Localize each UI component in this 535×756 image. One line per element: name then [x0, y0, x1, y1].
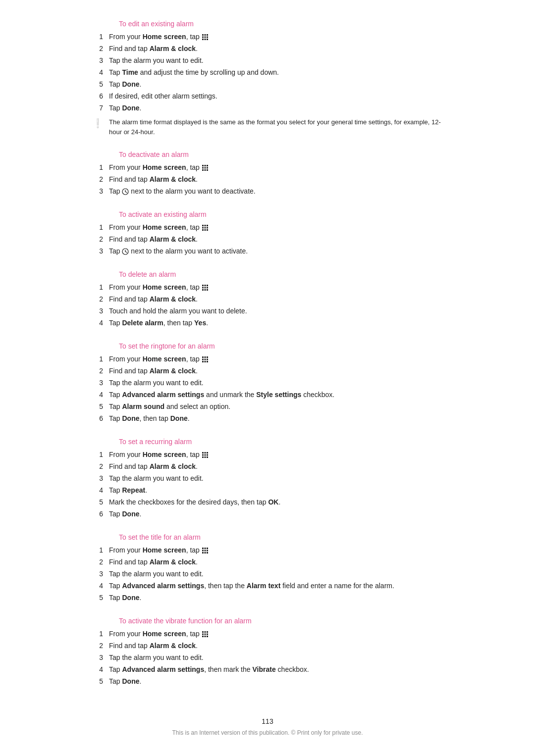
svg-rect-73 — [204, 634, 206, 635]
step-number: 3 — [89, 186, 109, 197]
step-item: 3Touch and hold the alarm you want to de… — [89, 306, 446, 316]
plain-text: next to the alarm you want to activate. — [129, 247, 248, 255]
svg-rect-62 — [207, 548, 208, 549]
svg-rect-46 — [204, 359, 206, 360]
step-item: 2Find and tap Alarm & clock. — [89, 44, 446, 54]
step-item: 1From your Home screen, tap — [89, 32, 446, 42]
plain-text: and adjust the time by scrolling up and … — [138, 68, 279, 76]
section-title-recurring-alarm: To set a recurring alarm — [119, 438, 446, 446]
bold-text: Alarm text — [247, 582, 280, 590]
plain-text: From your — [109, 163, 143, 171]
bold-text: Advanced alarm settings — [122, 665, 204, 673]
svg-rect-40 — [204, 289, 206, 291]
svg-rect-68 — [207, 552, 208, 554]
bold-text: Done — [122, 677, 139, 685]
svg-rect-14 — [207, 167, 208, 169]
step-number: 2 — [89, 461, 109, 472]
step-text: Tap Repeat. — [109, 485, 446, 496]
plain-text: Tap — [109, 510, 122, 518]
step-number: 2 — [89, 44, 109, 54]
apps-icon — [202, 223, 209, 231]
plain-text: From your — [109, 283, 143, 291]
plain-text: Find and tap — [109, 558, 150, 566]
step-number: 1 — [89, 545, 109, 555]
section-title-activate-alarm: To activate an existing alarm — [119, 210, 446, 218]
plain-text: Tap — [109, 486, 122, 494]
sections-container: To edit an existing alarm1From your Home… — [89, 20, 446, 687]
plain-text: Tap — [109, 80, 122, 88]
step-item: 4Tap Advanced alarm settings, then tap t… — [89, 581, 446, 591]
step-number: 3 — [89, 378, 109, 388]
svg-rect-38 — [207, 287, 208, 289]
plain-text: From your — [109, 546, 143, 554]
apps-icon — [202, 546, 209, 554]
step-item: 4Tap Advanced alarm settings, then mark … — [89, 664, 446, 675]
bold-text: Done — [122, 80, 139, 88]
svg-rect-65 — [207, 550, 208, 552]
svg-rect-24 — [202, 227, 204, 229]
plain-text: checkbox. — [276, 665, 309, 673]
step-list-deactivate-alarm: 1From your Home screen, tap 2Find and ta… — [89, 162, 446, 197]
step-text: Tap Done. — [109, 103, 446, 113]
bold-text: Delete alarm — [122, 319, 163, 327]
step-number: 1 — [89, 354, 109, 364]
svg-rect-11 — [207, 165, 208, 166]
plain-text: . — [196, 367, 198, 375]
svg-rect-49 — [204, 361, 206, 362]
step-number: 4 — [89, 664, 109, 675]
section-title-deactivate-alarm: To deactivate an alarm — [119, 151, 446, 158]
step-text: From your Home screen, tap — [109, 32, 446, 42]
plain-text: , tap — [186, 355, 202, 363]
note-icon: ❕ — [89, 117, 109, 137]
step-text: Tap Advanced alarm settings, then tap th… — [109, 581, 446, 591]
step-item: 6Tap Done. — [89, 509, 446, 519]
note-text: The alarm time format displayed is the s… — [109, 117, 446, 137]
plain-text: . — [196, 462, 198, 470]
step-number: 3 — [89, 246, 109, 256]
bold-text: Style settings — [256, 391, 301, 399]
section-title-alarm: To set the title for an alarm1From your … — [89, 533, 446, 603]
plain-text: Tap — [109, 187, 122, 195]
plain-text: Find and tap — [109, 45, 150, 52]
step-item: 1From your Home screen, tap — [89, 162, 446, 173]
svg-rect-26 — [207, 227, 208, 229]
svg-rect-29 — [207, 229, 208, 231]
step-text: Find and tap Alarm & clock. — [109, 44, 446, 54]
step-text: Tap the alarm you want to edit. — [109, 473, 446, 484]
plain-text: Find and tap — [109, 367, 150, 375]
step-text: Tap Advanced alarm settings and unmark t… — [109, 390, 446, 400]
step-item: 3Tap the alarm you want to edit. — [89, 378, 446, 388]
bold-text: Home screen — [143, 163, 186, 171]
bold-text: Alarm & clock — [150, 295, 196, 303]
svg-rect-15 — [202, 169, 204, 171]
svg-rect-41 — [207, 289, 208, 291]
page: To edit an existing alarm1From your Home… — [0, 0, 535, 756]
step-item: 1From your Home screen, tap — [89, 450, 446, 460]
svg-rect-17 — [207, 169, 208, 171]
plain-text: , then mark the — [204, 665, 252, 673]
plain-text: , tap — [186, 223, 202, 231]
step-item: 1From your Home screen, tap — [89, 545, 446, 555]
step-item: 4Tap Time and adjust the time by scrolli… — [89, 67, 446, 78]
svg-rect-76 — [204, 636, 206, 637]
step-item: 4Tap Advanced alarm settings and unmark … — [89, 390, 446, 400]
step-item: 2Find and tap Alarm & clock. — [89, 366, 446, 376]
plain-text: , tap — [186, 546, 202, 554]
note-row: ❕The alarm time format displayed is the … — [89, 117, 446, 137]
step-number: 4 — [89, 67, 109, 78]
svg-rect-58 — [204, 456, 206, 458]
page-number: 113 — [0, 717, 535, 725]
step-number: 1 — [89, 222, 109, 233]
step-text: Find and tap Alarm & clock. — [109, 174, 446, 185]
step-text: Tap the alarm you want to edit. — [109, 653, 446, 663]
step-item: 3Tap the alarm you want to edit. — [89, 473, 446, 484]
plain-text: Tap the alarm you want to edit. — [109, 56, 204, 64]
step-text: Find and tap Alarm & clock. — [109, 641, 446, 651]
svg-rect-75 — [202, 636, 204, 637]
step-number: 2 — [89, 557, 109, 567]
step-number: 6 — [89, 509, 109, 519]
plain-text: and select an option. — [164, 403, 230, 410]
step-item: 1From your Home screen, tap — [89, 629, 446, 639]
section-deactivate-alarm: To deactivate an alarm1From your Home sc… — [89, 151, 446, 197]
svg-rect-63 — [202, 550, 204, 552]
